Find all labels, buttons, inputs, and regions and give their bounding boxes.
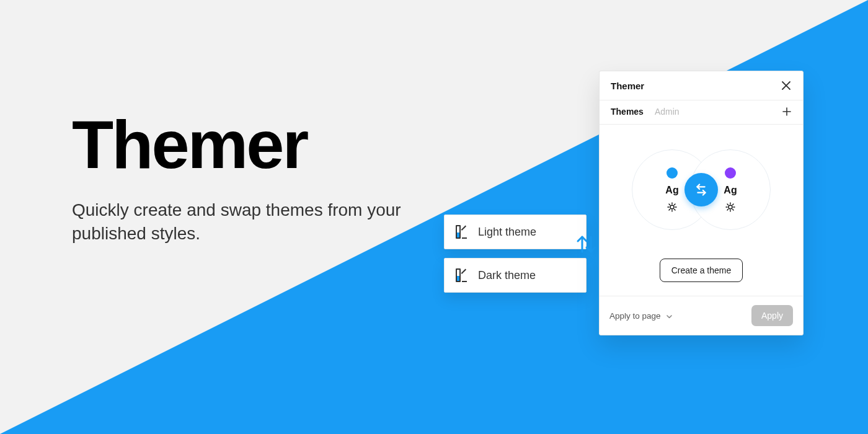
svg-line-10 [675,210,675,210]
theme-tile-dark[interactable]: Dark theme [444,258,587,293]
hero-block: Themer Quickly create and swap themes fr… [72,110,444,246]
theme-tiles: Light theme Dark theme [444,215,587,301]
style-icon [456,225,467,239]
apply-button[interactable]: Apply [751,305,793,326]
swap-horizontal-icon[interactable] [684,173,718,206]
panel-title: Themer [611,81,644,91]
hero-title: Themer [72,110,444,179]
svg-line-12 [675,204,675,205]
theme-tile-label: Dark theme [478,269,536,282]
panel-footer: Apply to page Apply [600,296,803,335]
close-button[interactable] [781,80,792,91]
color-dot-left [666,167,678,179]
svg-line-9 [669,204,670,205]
svg-line-18 [727,204,728,205]
tab-themes[interactable]: Themes [611,107,644,117]
plugin-panel: Themer Themes Admin Ag [599,71,804,335]
svg-line-19 [733,210,733,210]
create-theme-button[interactable]: Create a theme [660,259,743,282]
sample-text: Ag [724,185,737,196]
panel-header: Themer [600,71,803,100]
svg-line-21 [733,204,733,205]
svg-line-11 [669,210,670,210]
theme-tile-label: Light theme [478,226,536,239]
apply-scope-label: Apply to page [609,311,661,321]
promo-stage: Themer Quickly create and swap themes fr… [0,0,868,434]
add-theme-button[interactable] [782,107,792,117]
color-dot-right [725,167,736,179]
sample-text: Ag [665,185,678,196]
panel-body: Ag [600,125,803,296]
svg-line-20 [727,210,728,210]
svg-point-4 [670,205,674,209]
panel-tabs: Themes Admin [600,100,803,125]
brightness-icon [667,202,677,212]
svg-point-13 [728,205,732,209]
theme-tile-light[interactable]: Light theme [444,215,587,249]
swap-vertical-icon [573,231,600,258]
brightness-icon [725,202,735,212]
theme-preview: Ag [614,143,788,236]
apply-scope-select[interactable]: Apply to page [609,311,673,321]
tab-admin[interactable]: Admin [655,107,680,117]
chevron-down-icon [666,312,673,319]
hero-subtitle: Quickly create and swap themes from your… [72,198,444,246]
style-icon [456,268,467,282]
